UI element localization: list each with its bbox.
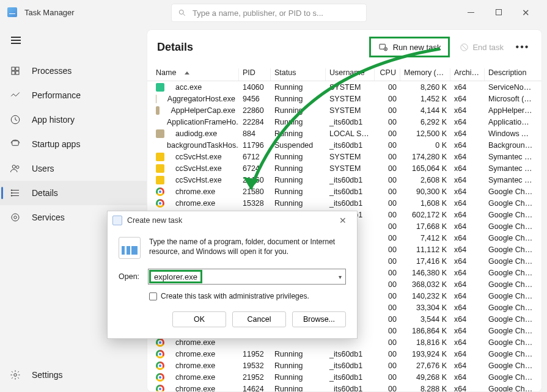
cell-status: Suspended (271, 141, 326, 150)
sidebar-item-app-history[interactable]: App history (0, 107, 147, 132)
cancel-button[interactable]: Cancel (232, 311, 286, 327)
table-row[interactable]: audiodg.exe884RunningLOCAL SE...0012,500… (147, 128, 541, 139)
cell-cpu: 00 (375, 176, 400, 184)
cell-desc: Google Chro... (485, 222, 537, 231)
cell-mem: 18,816 K (400, 338, 450, 347)
process-name: AggregatorHost.exe (167, 95, 235, 103)
cell-desc: Google Chro... (485, 350, 537, 358)
table-row[interactable]: chrome.exe21580Running_its60db10090,300 … (147, 186, 541, 197)
open-combobox[interactable]: explorer.exe ▾ (148, 269, 346, 285)
cell-desc: Google Chro... (485, 257, 537, 266)
cell-mem: 17,668 K (400, 222, 450, 231)
run-new-task-button[interactable]: Run new task (369, 37, 450, 57)
sidebar-item-performance[interactable]: Performance (0, 83, 147, 107)
cell-pid: 21580 (239, 187, 271, 196)
cell-cpu: 00 (375, 257, 400, 266)
sidebar-item-label: Settings (32, 370, 63, 380)
ok-button[interactable]: OK (172, 311, 226, 327)
table-row[interactable]: AggregatorHost.exe9456RunningSYSTEM001,4… (147, 93, 541, 104)
process-name: AppHelperCap.exe (171, 106, 235, 115)
chevron-down-icon[interactable]: ▾ (339, 274, 342, 280)
cell-user: _its60db1 (326, 199, 375, 208)
table-row[interactable]: ccSvcHst.exe21160Running_its60db1002,608… (147, 174, 541, 186)
processes-icon (10, 65, 21, 76)
process-name: acc.exe (175, 83, 202, 92)
more-options-button[interactable]: ••• (513, 42, 532, 53)
col-cpu[interactable]: CPU (375, 68, 400, 81)
cell-status: Running (271, 385, 326, 392)
cell-cpu: 00 (375, 199, 400, 208)
process-name: chrome.exe (175, 385, 215, 392)
chrome-icon (156, 338, 164, 347)
col-mem[interactable]: Memory (a... (400, 68, 450, 81)
cell-mem: 49,268 K (400, 373, 450, 382)
maximize-button[interactable] (485, 3, 512, 21)
cell-mem: 8,260 K (400, 83, 450, 92)
minimize-button[interactable] (457, 3, 485, 21)
cell-mem: 90,300 K (400, 187, 450, 196)
cell-user: SYSTEM (326, 95, 375, 103)
process-name: chrome.exe (175, 187, 215, 196)
process-name: ccSvcHst.exe (175, 153, 222, 161)
col-arch[interactable]: Archite... (450, 68, 485, 81)
sidebar-item-details[interactable]: Details (0, 181, 147, 205)
cell-arch: x64 (450, 385, 485, 392)
dialog-close-button[interactable]: ✕ (334, 216, 352, 225)
table-row[interactable]: chrome.exe14624Running_its60db1008,288 K… (147, 383, 541, 391)
sidebar-item-processes[interactable]: Processes (0, 59, 147, 83)
cell-user: SYSTEM (326, 83, 375, 92)
close-button[interactable]: ✕ (512, 3, 540, 21)
cell-desc: Google Chro... (485, 187, 537, 196)
sidebar-item-settings[interactable]: Settings (0, 363, 147, 387)
browse-button[interactable]: Browse... (292, 311, 346, 327)
cell-user: LOCAL SE... (326, 129, 375, 138)
col-user[interactable]: Username (326, 68, 375, 81)
svg-rect-4 (12, 71, 15, 74)
svg-rect-3 (16, 67, 19, 70)
search-placeholder: Type a name, publisher, or PID to s... (193, 9, 323, 18)
col-status[interactable]: Status (271, 68, 326, 81)
table-row[interactable]: chrome.exe19532Running_its60db10027,676 … (147, 360, 541, 371)
cell-desc: ServiceNow ... (485, 83, 537, 92)
process-icon (156, 129, 164, 138)
sidebar-item-label: Processes (32, 66, 72, 76)
cell-cpu: 00 (375, 245, 400, 254)
table-row[interactable]: backgroundTaskHos...11796Suspended_its60… (147, 139, 541, 151)
cell-cpu: 00 (375, 373, 400, 382)
process-name: chrome.exe (175, 350, 215, 358)
table-row[interactable]: ccSvcHst.exe6712RunningSYSTEM00174,280 K… (147, 151, 541, 162)
cell-cpu: 00 (375, 153, 400, 161)
cell-arch: x64 (450, 83, 485, 92)
cell-user: _its60db1 (326, 187, 375, 196)
table-row[interactable]: chrome.exe11952Running_its60db100193,924… (147, 348, 541, 360)
sidebar-item-startup-apps[interactable]: Startup apps (0, 132, 147, 156)
cell-cpu: 00 (375, 327, 400, 335)
cell-arch: x64 (450, 292, 485, 300)
cell-mem: 6,292 K (400, 118, 450, 126)
cell-arch: x64 (450, 373, 485, 382)
cell-status: Running (271, 361, 326, 370)
table-row[interactable]: chrome.exe21952Running_its60db10049,268 … (147, 371, 541, 383)
admin-checkbox[interactable] (149, 292, 157, 300)
table-row[interactable]: ccSvcHst.exe6724RunningSYSTEM00165,064 K… (147, 162, 541, 174)
page-title: Details (157, 41, 193, 54)
cell-status: Running (271, 373, 326, 382)
col-desc[interactable]: Description (485, 68, 537, 81)
cell-desc: Google Chro... (485, 303, 537, 312)
performance-icon (10, 90, 21, 101)
cell-arch: x64 (450, 315, 485, 324)
table-row[interactable]: ApplicationFrameHo...22284Running_its60d… (147, 116, 541, 128)
table-row[interactable]: acc.exe14060RunningSYSTEM008,260 Kx64Ser… (147, 81, 541, 93)
cell-desc: Google Chro... (485, 234, 537, 242)
cell-pid: 14060 (239, 83, 271, 92)
search-input[interactable]: Type a name, publisher, or PID to s... (171, 4, 367, 22)
sidebar-item-users[interactable]: Users (0, 156, 147, 181)
table-row[interactable]: chrome.exe15328Running_its60db1001,608 K… (147, 197, 541, 209)
table-row[interactable]: AppHelperCap.exe22860RunningSYSTEM004,14… (147, 104, 541, 116)
col-name[interactable]: Name (152, 68, 239, 81)
sidebar-item-label: Services (32, 212, 65, 222)
process-name: chrome.exe (175, 373, 215, 382)
process-icon (156, 153, 164, 161)
col-pid[interactable]: PID (239, 68, 271, 81)
hamburger-button[interactable] (4, 29, 28, 51)
